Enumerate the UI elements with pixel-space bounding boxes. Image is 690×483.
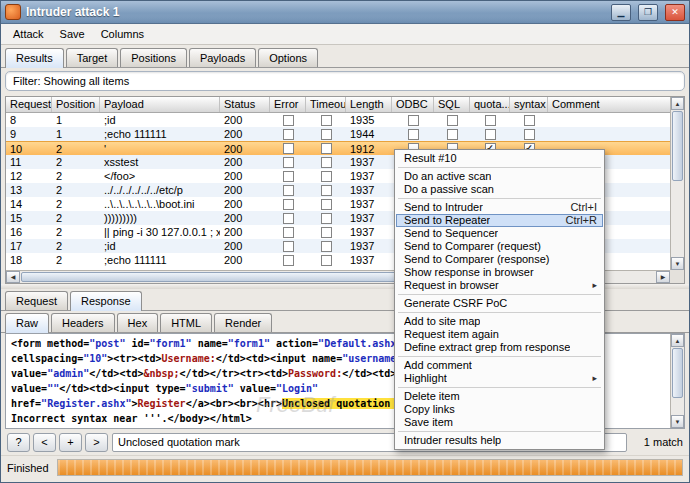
- timeout-checkbox[interactable]: [321, 255, 332, 266]
- result-row-8[interactable]: 81;id2001935: [6, 113, 670, 127]
- column-header-quota[interactable]: quota...: [470, 97, 510, 112]
- scroll-track[interactable]: [671, 399, 684, 415]
- prev-match-button[interactable]: <: [33, 433, 56, 452]
- column-header-request[interactable]: Request▲: [6, 97, 52, 112]
- scroll-down-button[interactable]: ▼: [671, 257, 684, 270]
- next-match-button[interactable]: >: [85, 433, 108, 452]
- column-header-odbc[interactable]: ODBC: [392, 97, 434, 112]
- tab-html[interactable]: HTML: [160, 313, 212, 332]
- timeout-checkbox[interactable]: [321, 241, 332, 252]
- context-menu-item-copy-links[interactable]: Copy links: [396, 403, 603, 416]
- minimize-button[interactable]: ▁: [611, 4, 631, 21]
- menu-save[interactable]: Save: [52, 26, 93, 42]
- context-menu-item-delete-item[interactable]: Delete item: [396, 390, 603, 403]
- scroll-up-button[interactable]: ▲: [671, 334, 684, 347]
- tab-results[interactable]: Results: [5, 48, 64, 68]
- context-menu-item-request-in-browser[interactable]: Request in browser▸: [396, 279, 603, 292]
- context-menu-item-do-an-active-scan[interactable]: Do an active scan: [396, 170, 603, 183]
- error-checkbox[interactable]: [283, 143, 294, 154]
- column-header-comment[interactable]: Comment: [548, 97, 670, 112]
- column-header-position[interactable]: Position: [52, 97, 100, 112]
- context-menu-item-send-to-comparer-request[interactable]: Send to Comparer (request): [396, 240, 603, 253]
- error-checkbox[interactable]: [283, 255, 294, 266]
- timeout-checkbox[interactable]: [321, 143, 332, 154]
- tab-headers[interactable]: Headers: [51, 313, 115, 332]
- sql-checkbox[interactable]: [447, 115, 458, 126]
- tab-payloads[interactable]: Payloads: [189, 48, 256, 67]
- syntax-checkbox[interactable]: [524, 115, 535, 126]
- column-header-payload[interactable]: Payload: [100, 97, 220, 112]
- timeout-checkbox[interactable]: [321, 213, 332, 224]
- context-menu-item-highlight[interactable]: Highlight▸: [396, 372, 603, 385]
- context-menu-item-define-extract-grep-from-response[interactable]: Define extract grep from response: [396, 341, 603, 354]
- timeout-checkbox[interactable]: [321, 157, 332, 168]
- context-menu-item-send-to-sequencer[interactable]: Send to Sequencer: [396, 227, 603, 240]
- column-header-timeout[interactable]: Timeout: [306, 97, 346, 112]
- error-checkbox[interactable]: [283, 241, 294, 252]
- error-checkbox[interactable]: [283, 171, 294, 182]
- tab-hex[interactable]: Hex: [117, 313, 159, 332]
- context-menu-item-intruder-results-help[interactable]: Intruder results help: [396, 434, 603, 447]
- timeout-checkbox[interactable]: [321, 199, 332, 210]
- titlebar[interactable]: Intruder attack 1 ▁ ❐ ✕: [1, 1, 689, 24]
- response-vertical-scrollbar[interactable]: ▲ ▼: [670, 334, 684, 428]
- error-checkbox[interactable]: [283, 157, 294, 168]
- odbc-checkbox[interactable]: [408, 115, 419, 126]
- error-checkbox[interactable]: [283, 129, 294, 140]
- context-menu-item-do-a-passive-scan[interactable]: Do a passive scan: [396, 183, 603, 196]
- expand-button[interactable]: +: [59, 433, 82, 452]
- scroll-right-button[interactable]: ▶: [656, 271, 670, 283]
- close-button[interactable]: ✕: [665, 4, 685, 21]
- context-menu-item-request-item-again[interactable]: Request item again: [396, 328, 603, 341]
- context-menu-item-send-to-repeater[interactable]: Send to RepeaterCtrl+R: [396, 214, 603, 227]
- tab-positions[interactable]: Positions: [120, 48, 187, 67]
- context-menu-item-save-item[interactable]: Save item: [396, 416, 603, 429]
- scroll-thumb[interactable]: [672, 348, 683, 398]
- menu-attack[interactable]: Attack: [5, 26, 52, 42]
- search-help-button[interactable]: ?: [7, 433, 30, 452]
- context-menu-item-result-10[interactable]: Result #10: [396, 152, 603, 165]
- timeout-checkbox[interactable]: [321, 115, 332, 126]
- timeout-checkbox[interactable]: [321, 171, 332, 182]
- column-header-sql[interactable]: SQL: [434, 97, 470, 112]
- context-menu-item-add-comment[interactable]: Add comment: [396, 359, 603, 372]
- timeout-checkbox[interactable]: [321, 227, 332, 238]
- context-menu-item-add-to-site-map[interactable]: Add to site map: [396, 315, 603, 328]
- tab-response[interactable]: Response: [70, 291, 142, 311]
- column-header-length[interactable]: Length: [346, 97, 392, 112]
- tab-raw[interactable]: Raw: [5, 313, 49, 333]
- filter-bar[interactable]: Filter: Showing all items: [5, 71, 685, 91]
- context-menu-item-show-response-in-browser[interactable]: Show response in browser: [396, 266, 603, 279]
- column-header-error[interactable]: Error: [270, 97, 306, 112]
- column-header-syntax[interactable]: syntax: [510, 97, 548, 112]
- sql-checkbox[interactable]: [447, 129, 458, 140]
- table-vertical-scrollbar[interactable]: ▲ ▼: [670, 97, 684, 270]
- error-checkbox[interactable]: [283, 115, 294, 126]
- scroll-down-button[interactable]: ▼: [671, 415, 684, 428]
- syntax-checkbox[interactable]: [524, 129, 535, 140]
- menu-columns[interactable]: Columns: [93, 26, 152, 42]
- tab-options[interactable]: Options: [258, 48, 318, 67]
- context-menu-item-generate-csrf-poc[interactable]: Generate CSRF PoC: [396, 297, 603, 310]
- context-menu-item-send-to-intruder[interactable]: Send to IntruderCtrl+I: [396, 201, 603, 214]
- column-header-status[interactable]: Status: [220, 97, 270, 112]
- quota-checkbox[interactable]: [485, 129, 496, 140]
- result-row-9[interactable]: 91;echo 1111112001944: [6, 127, 670, 141]
- error-checkbox[interactable]: [283, 227, 294, 238]
- error-checkbox[interactable]: [283, 185, 294, 196]
- scroll-left-button[interactable]: ◀: [6, 271, 20, 283]
- error-checkbox[interactable]: [283, 213, 294, 224]
- quota-checkbox[interactable]: [485, 115, 496, 126]
- error-checkbox[interactable]: [283, 199, 294, 210]
- maximize-button[interactable]: ❐: [638, 4, 658, 21]
- tab-render[interactable]: Render: [214, 313, 272, 332]
- scroll-up-button[interactable]: ▲: [671, 97, 684, 110]
- odbc-checkbox[interactable]: [408, 129, 419, 140]
- tab-target[interactable]: Target: [66, 48, 119, 67]
- timeout-checkbox[interactable]: [321, 185, 332, 196]
- timeout-checkbox[interactable]: [321, 129, 332, 140]
- scroll-track[interactable]: [671, 182, 684, 257]
- context-menu-item-send-to-comparer-response[interactable]: Send to Comparer (response): [396, 253, 603, 266]
- scroll-thumb[interactable]: [672, 111, 683, 181]
- tab-request[interactable]: Request: [5, 291, 68, 310]
